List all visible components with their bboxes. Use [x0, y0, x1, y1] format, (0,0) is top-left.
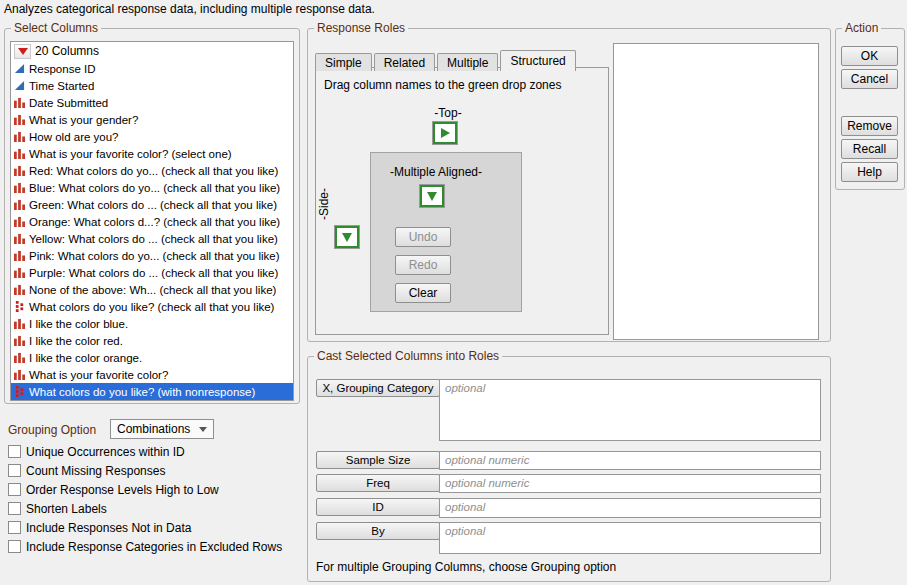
grouping-option-select[interactable]: Combinations — [110, 419, 214, 439]
column-item-label: I like the color blue. — [29, 318, 128, 330]
column-item[interactable]: I like the color red. — [11, 332, 293, 349]
nominal-column-icon — [14, 199, 25, 210]
column-item[interactable]: Purple: What colors do ... (check all th… — [11, 264, 293, 281]
nominal-column-icon — [14, 114, 25, 125]
column-item[interactable]: What is your favorite color? — [11, 366, 293, 383]
column-item-label: Blue: What colors do yo... (check all th… — [29, 182, 280, 194]
cast-footer-note: For multiple Grouping Columns, choose Gr… — [316, 560, 616, 574]
green-down-triangle-icon — [427, 192, 437, 201]
response-roles-list[interactable] — [613, 43, 819, 340]
clear-button[interactable]: Clear — [395, 283, 451, 303]
sample-size-box[interactable]: optional numeric — [439, 451, 821, 470]
top-zone-label: -Top- — [404, 106, 492, 120]
column-item[interactable]: Response ID — [11, 60, 293, 77]
freq-box[interactable]: optional numeric — [439, 474, 821, 493]
nominal-column-icon — [14, 250, 25, 261]
column-item[interactable]: What colors do you like? (check all that… — [11, 298, 293, 315]
ok-button[interactable]: OK — [841, 46, 898, 66]
column-item[interactable]: Date Submitted — [11, 94, 293, 111]
column-item[interactable]: I like the color orange. — [11, 349, 293, 366]
recall-button[interactable]: Recall — [841, 139, 898, 159]
tab-related[interactable]: Related — [374, 53, 435, 71]
red-triangle-menu-button[interactable] — [14, 44, 31, 59]
column-item[interactable]: Pink: What colors do yo... (check all th… — [11, 247, 293, 264]
x-grouping-category-box[interactable]: optional — [439, 379, 821, 441]
aligned-drop-zone[interactable] — [420, 185, 444, 207]
checkbox[interactable] — [8, 483, 21, 496]
grouping-checkbox-row[interactable]: Shorten Labels — [8, 502, 282, 515]
column-item[interactable]: What is your favorite color? (select one… — [11, 145, 293, 162]
nominal-column-icon — [14, 233, 25, 244]
side-drop-zone[interactable] — [335, 226, 359, 248]
grouping-checkbox-row[interactable]: Count Missing Responses — [8, 464, 282, 477]
checkbox[interactable] — [8, 540, 21, 553]
sample-size-button[interactable]: Sample Size — [316, 451, 440, 469]
column-item-label: Red: What colors do yo... (check all tha… — [29, 165, 278, 177]
red-triangle-icon — [18, 48, 28, 55]
grouping-checkbox-row[interactable]: Order Response Levels High to Low — [8, 483, 282, 496]
checkbox-label: Include Response Categories in Excluded … — [26, 540, 282, 554]
column-item[interactable]: I like the color blue. — [11, 315, 293, 332]
column-item[interactable]: What is your gender? — [11, 111, 293, 128]
green-right-triangle-icon — [441, 128, 450, 138]
nominal-column-icon — [14, 335, 25, 346]
column-item[interactable]: Time Started — [11, 77, 293, 94]
redo-button[interactable]: Redo — [395, 255, 451, 275]
column-item[interactable]: What colors do you like? (with nonrespon… — [11, 383, 293, 400]
grouping-checkbox-row[interactable]: Unique Occurrences within ID — [8, 445, 282, 458]
column-item[interactable]: How old are you? — [11, 128, 293, 145]
remove-button[interactable]: Remove — [841, 116, 898, 136]
action-group: Action OK Cancel Remove Recall Help — [835, 28, 905, 190]
column-item-label: What colors do you like? (with nonrespon… — [29, 386, 255, 398]
column-list[interactable]: 20 Columns Response IDTime StartedDate S… — [10, 41, 294, 401]
id-box[interactable]: optional — [439, 498, 821, 518]
checkbox[interactable] — [8, 464, 21, 477]
grouping-checkbox-row[interactable]: Include Response Categories in Excluded … — [8, 540, 282, 553]
continuous-column-icon — [14, 63, 25, 74]
column-item-label: What is your favorite color? — [29, 369, 168, 381]
column-item[interactable]: None of the above: Wh... (check all that… — [11, 281, 293, 298]
tab-multiple[interactable]: Multiple — [437, 53, 498, 71]
checkbox[interactable] — [8, 521, 21, 534]
freq-button[interactable]: Freq — [316, 474, 440, 492]
grouping-checkbox-row[interactable]: Include Responses Not in Data — [8, 521, 282, 534]
x-grouping-category-button[interactable]: X, Grouping Category — [316, 379, 440, 397]
column-item-label: I like the color orange. — [29, 352, 142, 364]
tab-structured[interactable]: Structured — [500, 50, 575, 71]
column-item-label: How old are you? — [29, 131, 119, 143]
cancel-button[interactable]: Cancel — [841, 69, 898, 89]
column-item[interactable]: Yellow: What colors do ... (check all th… — [11, 230, 293, 247]
column-item-label: I like the color red. — [29, 335, 123, 347]
by-button[interactable]: By — [316, 522, 440, 540]
help-button[interactable]: Help — [841, 162, 898, 182]
chevron-down-icon — [199, 427, 207, 432]
checkbox-label: Shorten Labels — [26, 502, 107, 516]
checkbox-label: Include Responses Not in Data — [26, 521, 191, 535]
column-item[interactable]: Blue: What colors do yo... (check all th… — [11, 179, 293, 196]
multiple-response-column-icon — [14, 301, 25, 312]
id-button[interactable]: ID — [316, 498, 440, 516]
checkbox[interactable] — [8, 502, 21, 515]
columns-count-label: 20 Columns — [35, 44, 99, 58]
tab-simple[interactable]: Simple — [315, 53, 372, 71]
green-down-triangle-icon — [342, 233, 352, 242]
checkbox[interactable] — [8, 445, 21, 458]
by-box[interactable]: optional — [439, 522, 821, 554]
top-drop-zone[interactable] — [433, 122, 457, 144]
column-item[interactable]: Red: What colors do yo... (check all tha… — [11, 162, 293, 179]
nominal-column-icon — [14, 352, 25, 363]
column-item[interactable]: Green: What colors do ... (check all tha… — [11, 196, 293, 213]
undo-button[interactable]: Undo — [395, 227, 451, 247]
multiple-aligned-label: -Multiple Aligned- — [371, 165, 501, 179]
dialog-description: Analyzes categorical response data, incl… — [4, 2, 375, 16]
nominal-column-icon — [14, 216, 25, 227]
grouping-option-label: Grouping Option — [8, 423, 96, 437]
nominal-column-icon — [14, 318, 25, 329]
column-item-label: None of the above: Wh... (check all that… — [29, 284, 276, 296]
nominal-column-icon — [14, 148, 25, 159]
column-item[interactable]: Orange: What colors d...? (check all tha… — [11, 213, 293, 230]
response-roles-title: Response Roles — [314, 21, 408, 35]
response-roles-tabs: Simple Related Multiple Structured — [315, 50, 578, 71]
drag-instruction: Drag column names to the green drop zone… — [324, 78, 561, 92]
nominal-column-icon — [14, 131, 25, 142]
